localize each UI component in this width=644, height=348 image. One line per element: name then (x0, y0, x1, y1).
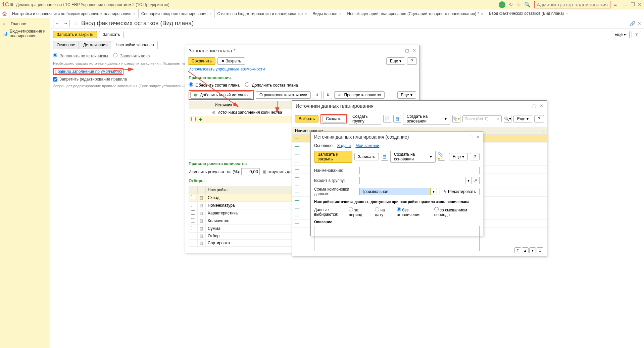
close-tab-icon[interactable]: × (305, 12, 307, 16)
close-tab-icon[interactable]: × (209, 12, 211, 16)
app-title: Демонстрационная база / 1C:ERP Управлени… (16, 2, 499, 7)
document-tabs: 🏠 Настройки и справочники по бюджетирова… (0, 9, 644, 18)
search-icon[interactable]: 🔍 (524, 2, 531, 8)
history-icon[interactable]: ↻ (509, 2, 513, 8)
star-icon[interactable]: ☆ (516, 2, 521, 8)
close-tab-icon[interactable]: × (566, 11, 568, 15)
settings-icon[interactable]: ≡ (614, 2, 617, 7)
doc-tab-0[interactable]: Настройки и справочники по бюджетировани… (9, 9, 139, 18)
close-icon[interactable]: ✕ (638, 2, 642, 8)
doc-tab-5[interactable]: Ввод фактических остатков (Вид плана)× (486, 9, 571, 18)
close-tab-icon[interactable]: × (481, 12, 483, 16)
doc-tab-2[interactable]: Отчеты по бюджетированию и планированию× (215, 9, 310, 18)
doc-tab-3[interactable]: Виды планов× (310, 9, 345, 18)
logo-1c: 1C (2, 2, 9, 8)
user-label[interactable]: Администратор планирования (534, 1, 610, 8)
doc-tab-4[interactable]: Новый сценарий планирования (Сценарий то… (344, 9, 486, 18)
main-menu-icon[interactable]: ≡ (10, 2, 13, 8)
close-tab-icon[interactable]: × (133, 12, 135, 16)
restore-icon[interactable]: ❐ (631, 2, 635, 8)
notification-icon[interactable]: ✈ (499, 1, 505, 8)
close-tab-icon[interactable]: × (339, 12, 341, 16)
doc-tab-1[interactable]: Сценарии товарного планирования× (139, 9, 215, 18)
home-tab[interactable]: 🏠 (0, 9, 9, 18)
topbar: 1C ≡ Демонстрационная база / 1C:ERP Упра… (0, 0, 644, 9)
minimize-icon[interactable]: — (623, 2, 628, 8)
